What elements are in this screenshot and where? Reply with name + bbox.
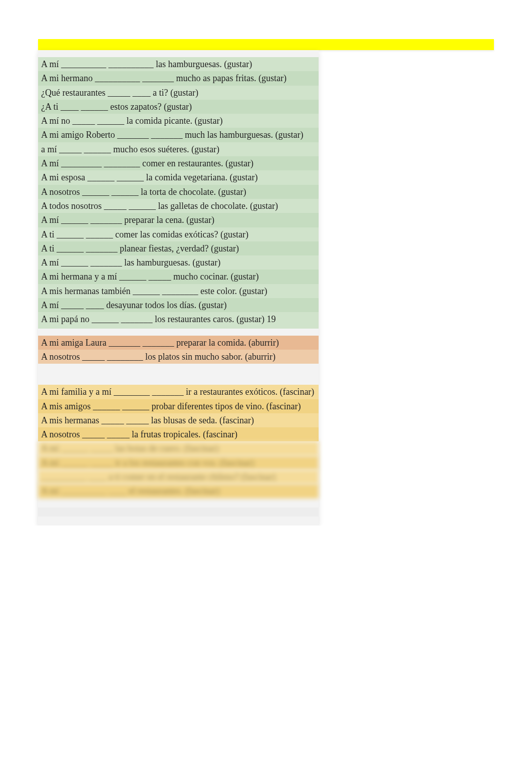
exercise-line: A mi amiga Laura _______ _______ prepara… [38, 336, 319, 350]
exercise-line: a mí _____ ______ mucho esos suéteres. (… [38, 142, 319, 156]
exercise-line: ¿Qué restaurantes _____ ____ a ti? (gust… [38, 86, 319, 100]
spacer [38, 507, 319, 516]
exercise-line: A mí _________ ________ comer en restaur… [38, 156, 319, 170]
exercise-line-hidden: A mí ______ _____ ir a los restaurantes … [38, 456, 319, 470]
exercise-line: A nosotros ______ ______ la torta de cho… [38, 185, 319, 199]
exercise-line: A mí _____ ____ desayunar todos los días… [38, 298, 319, 312]
section-fascinar: A mi familia y a mí ________ _______ ir … [38, 385, 319, 498]
exercise-line: A mis hermanas _____ _____ las blusas de… [38, 413, 319, 427]
exercise-line: A mis amigos ______ ______ probar difere… [38, 399, 319, 413]
exercise-line: A mi papá no ______ _______ los restaura… [38, 312, 319, 328]
exercise-card: A mí __________ __________ las hamburgue… [38, 50, 319, 526]
exercise-line: A ti ______ ______ comer las comidas exó… [38, 227, 319, 241]
exercise-line: A ti ______ _______ planear fiestas, ¿ve… [38, 241, 319, 255]
exercise-line-hidden: A mí ______ _____ las botas de cuero. (f… [38, 441, 319, 455]
spacer [38, 378, 319, 385]
exercise-line: A mi hermano __________ _______ mucho as… [38, 71, 319, 85]
section-aburrir: A mi amiga Laura _______ _______ prepara… [38, 336, 319, 364]
spacer [38, 329, 319, 336]
spacer [38, 364, 319, 371]
title-highlight-bar [38, 39, 494, 50]
spacer [38, 371, 319, 378]
exercise-line: A nosotros _____ ________ los platos sin… [38, 350, 319, 364]
section-gustar: A mí __________ __________ las hamburgue… [38, 57, 319, 329]
exercise-line: A mi familia y a mí ________ _______ ir … [38, 385, 319, 399]
exercise-line: A mí __________ __________ las hamburgue… [38, 57, 319, 71]
exercise-line: A mí no _____ ______ la comida picante. … [38, 114, 319, 128]
exercise-line: A mí ______ _______ preparar la cena. (g… [38, 213, 319, 227]
exercise-line: A nosotros _____ _____ la frutas tropica… [38, 427, 319, 441]
exercise-line: ¿A ti ____ ______ estos zapatos? (gustar… [38, 100, 319, 114]
exercise-line: A mi hermana y a mí ______ _____ mucho c… [38, 270, 319, 284]
exercise-line-hidden: __________ ____ a ti comer en el restaur… [38, 470, 319, 484]
spacer [38, 50, 319, 57]
worksheet-page: A mí __________ __________ las hamburgue… [0, 0, 532, 526]
spacer [38, 498, 319, 507]
exercise-line: A mí ______ _______ las hamburguesas. (g… [38, 255, 319, 270]
exercise-line: A mi esposa ______ ______ la comida vege… [38, 170, 319, 184]
exercise-line: A todos nosotros _____ ______ las gallet… [38, 199, 319, 213]
footer-spacer [38, 498, 319, 526]
exercise-line: A mi amigo Roberto _______ _______ much … [38, 128, 319, 142]
exercise-line-hidden: A mí __________ ____ el restaurantes. (f… [38, 484, 319, 498]
spacer [38, 516, 319, 526]
exercise-line: A mis hermanas también ______ ________ e… [38, 284, 319, 298]
